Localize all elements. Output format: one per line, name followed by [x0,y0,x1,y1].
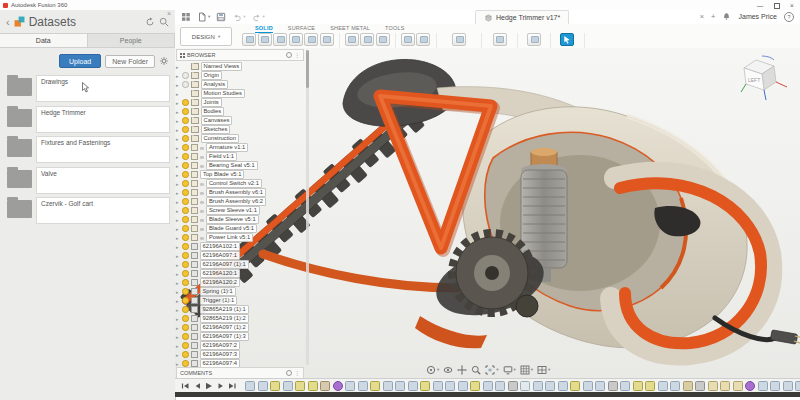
browser-item[interactable]: ▸Analysis [176,80,304,89]
canvas-viewport[interactable]: LEFT BROWSER ⋮ ▸Named Views▸Origin▸Analy… [175,48,800,378]
zoom-icon[interactable] [471,365,481,375]
visibility-bulb-icon[interactable] [182,270,189,277]
grid-icon[interactable]: ▾ [520,365,533,375]
browser-item[interactable]: ▸Joints [176,98,304,107]
browser-item[interactable]: ▸∞Field v1:1 [176,152,304,161]
visibility-bulb-icon[interactable] [182,315,189,322]
ribbon-tool-icon[interactable] [416,33,430,46]
timeline-feature-feature-icon[interactable] [483,381,493,391]
browser-item[interactable]: ▸Trigger (1):1 [176,296,304,305]
browser-item[interactable]: ▸62196A102:1 [176,242,304,251]
timeline-feature-feature-icon[interactable] [433,381,443,391]
back-chevron-icon[interactable]: ‹ [6,17,10,27]
browser-item[interactable]: ▸Spring (1):1 [176,287,304,296]
ribbon-tool-icon[interactable] [304,33,318,46]
expand-arrow-icon[interactable]: ▸ [176,307,180,313]
expand-arrow-icon[interactable]: ▸ [176,190,180,196]
timeline-feature-feature-icon[interactable] [445,381,455,391]
redo-icon[interactable]: ▾ [252,12,265,22]
timeline-feature-feature-icon[interactable] [358,381,368,391]
visibility-bulb-icon[interactable] [182,324,189,331]
viewcube[interactable]: LEFT [740,50,794,104]
visibility-bulb-icon[interactable] [182,108,189,115]
ribbon-tool-icon[interactable] [452,33,466,46]
expand-arrow-icon[interactable]: ▸ [176,154,180,160]
timeline-feature-plane-icon[interactable] [720,381,730,391]
timeline-feature-joint-icon[interactable] [608,381,618,391]
visibility-bulb-icon[interactable] [182,207,189,214]
expand-arrow-icon[interactable]: ▸ [176,325,180,331]
panel-menu-icon[interactable]: ⋮ [295,52,301,58]
timeline-feature-form-icon[interactable] [745,381,755,391]
browser-item[interactable]: ▸Canvases [176,116,304,125]
browser-item[interactable]: ▸92865A219 (1):2 [176,314,304,323]
timeline-skip-end-button[interactable] [227,382,236,390]
timeline-feature-sketch-icon[interactable] [420,381,430,391]
visibility-bulb-icon[interactable] [182,342,189,349]
timeline-step-back-button[interactable] [193,382,202,390]
visibility-bulb-icon[interactable] [182,180,189,187]
expand-arrow-icon[interactable]: ▸ [176,199,180,205]
file-icon[interactable]: ▾ [197,12,210,22]
ribbon-tool-icon[interactable] [320,33,334,46]
expand-arrow-icon[interactable]: ▸ [176,352,180,358]
timeline-feature-feature-icon[interactable] [383,381,393,391]
browser-item[interactable]: ▸∞Bearing Seal v5:1 [176,161,304,170]
timeline-feature-feature-icon[interactable] [345,381,355,391]
visibility-bulb-icon[interactable] [182,198,189,205]
browser-item[interactable]: ▸62196A097:1 [176,251,304,260]
ribbon-tool-icon[interactable] [527,33,541,46]
timeline-feature-sketch-icon[interactable] [295,381,305,391]
fit-icon[interactable]: ▾ [485,365,498,375]
timeline-feature-plane-icon[interactable] [733,381,743,391]
visibility-bulb-icon[interactable] [182,225,189,232]
expand-arrow-icon[interactable]: ▸ [176,343,180,349]
expand-arrow-icon[interactable]: ▸ [176,100,180,106]
timeline-feature-form-icon[interactable] [333,381,343,391]
expand-arrow-icon[interactable]: ▸ [176,253,180,259]
ribbon-tool-icon[interactable] [376,33,390,46]
browser-item[interactable]: ▸∞Armature v1:1 [176,143,304,152]
browser-item[interactable]: ▸62196A097:2 [176,341,304,350]
expand-arrow-icon[interactable]: ▸ [176,172,180,178]
expand-arrow-icon[interactable]: ▸ [176,226,180,232]
visibility-bulb-icon[interactable] [182,153,189,160]
expand-arrow-icon[interactable]: ▸ [176,361,180,367]
display-settings-icon[interactable]: ▾ [503,365,516,375]
expand-arrow-icon[interactable]: ▸ [176,145,180,151]
expand-arrow-icon[interactable]: ▸ [176,235,180,241]
close-tab-icon[interactable]: × [700,12,704,21]
browser-item[interactable]: ▸62196A097:3 [176,350,304,359]
expand-arrow-icon[interactable]: ▸ [176,64,180,70]
browser-item[interactable]: ▸62196A097 (1):3 [176,332,304,341]
close-button[interactable]: × [784,1,800,10]
visibility-bulb-icon[interactable] [182,99,189,106]
timeline-feature-feature-icon[interactable] [408,381,418,391]
browser-scrollbar-thumb[interactable] [306,50,309,88]
browser-item[interactable]: ▸∞Control Switch v2:1 [176,179,304,188]
workspace-selector[interactable]: DESIGN ▾ [180,27,232,46]
minimize-button[interactable]: — [752,1,768,10]
browser-item[interactable]: ▸∞Brush Assembly v6:1 [176,188,304,197]
visibility-bulb-icon[interactable] [182,297,189,304]
ribbon-tool-icon[interactable] [242,33,256,46]
visibility-bulb-icon[interactable] [182,72,189,79]
panel-options-icon[interactable] [286,370,292,376]
browser-item[interactable]: ▸Construction [176,134,304,143]
timeline-feature-mirror-icon[interactable] [545,381,555,391]
timeline-step-forward-button[interactable] [216,382,225,390]
timeline-feature-feature-icon[interactable] [495,381,505,391]
visibility-bulb-icon[interactable] [182,117,189,124]
visibility-bulb-icon[interactable] [182,234,189,241]
timeline-feature-feature-icon[interactable] [583,381,593,391]
timeline-feature-feature-icon[interactable] [458,381,468,391]
timeline-feature-feature-icon[interactable] [595,381,605,391]
browser-item[interactable]: ▸62196A120:1 [176,269,304,278]
browser-item[interactable]: ▸62196A097 (1):2 [176,323,304,332]
dataset-folder-item[interactable]: Czervik - Golf cart [7,197,170,224]
timeline-feature-sketch-icon[interactable] [633,381,643,391]
maximize-button[interactable] [768,1,784,10]
timeline-feature-feature-icon[interactable] [670,381,680,391]
orbit-icon[interactable]: ▾ [426,365,439,375]
undo-icon[interactable]: ▾ [232,12,245,22]
